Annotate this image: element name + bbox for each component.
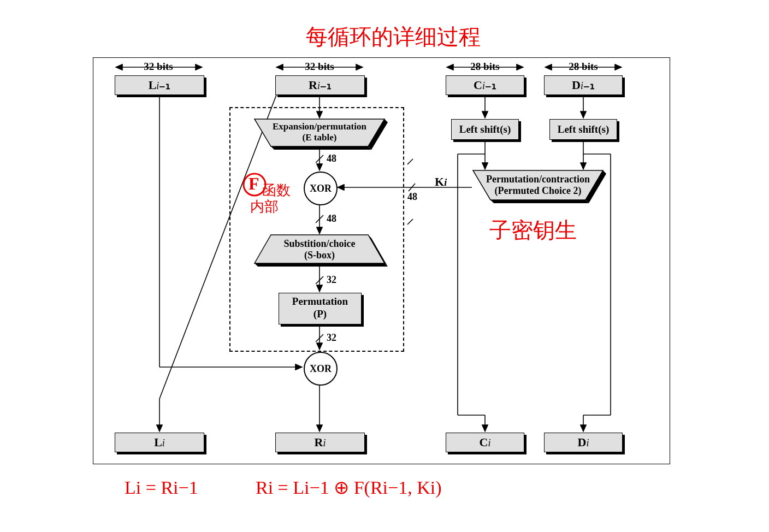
block-C-out: Ci [446, 433, 524, 452]
xor-2: XOR [304, 352, 338, 386]
xor-1: XOR [304, 172, 338, 205]
svg-line-6 [407, 159, 413, 164]
wire-48b: 48 [327, 213, 336, 224]
svg-line-8 [407, 219, 413, 224]
block-R-in: Ri₋₁ [275, 75, 365, 95]
block-R-out: Ri [275, 433, 365, 452]
block-D-in: Di₋₁ [544, 75, 623, 95]
ann-title: 每循环的详细过程 [306, 26, 481, 48]
ann-eq-R: Ri = Li−1 ⊕ F(Ri−1, Ki) [256, 478, 442, 497]
ann-F: F [249, 175, 259, 192]
wire-32a: 32 [327, 274, 336, 286]
expansion-label: Expansion/permutation (E table) [255, 121, 384, 143]
wire-32b: 32 [327, 332, 336, 344]
block-D-out: Di [544, 433, 623, 452]
bits-28-c: 28 bits [469, 61, 501, 73]
block-C-in: Ci₋₁ [446, 75, 524, 95]
block-L-out: Li [115, 433, 204, 452]
ann-F-sub2: 内部 [250, 200, 279, 214]
bits-32-l: 32 bits [142, 61, 175, 73]
permutation-p: Permutation (P) [279, 293, 362, 324]
ann-F-sub1: 函数 [262, 184, 291, 198]
leftshift-c: Left shift(s) [451, 119, 519, 140]
ann-subkey: 子密钥生 [489, 220, 577, 241]
pc2-l1: Permutation/contraction [486, 174, 590, 185]
perm-l2: (P) [313, 308, 327, 320]
expansion-l2: (E table) [303, 132, 337, 143]
block-L-in: Li₋₁ [115, 75, 204, 95]
expansion-l1: Expansion/permutation [273, 121, 366, 132]
ann-eq-L: Li = Ri−1 [125, 478, 198, 497]
ki-label: Ki [435, 175, 447, 189]
sbox-l1: Substition/choice [283, 238, 355, 249]
leftshift-d: Left shift(s) [549, 119, 617, 140]
sbox-l2: (S-box) [304, 250, 335, 261]
wire-48a: 48 [327, 153, 336, 164]
svg-marker-42 [490, 200, 589, 203]
bits-28-d: 28 bits [567, 61, 600, 73]
wire-48c: 48 [407, 191, 417, 203]
perm-l1: Permutation [292, 295, 348, 307]
sbox-label: Substition/choice (S-box) [255, 238, 384, 261]
bits-32-r: 32 bits [303, 61, 336, 73]
pc2-label: Permutation/contraction (Permuted Choice… [473, 174, 603, 196]
pc2-l2: (Permuted Choice 2) [495, 185, 582, 196]
